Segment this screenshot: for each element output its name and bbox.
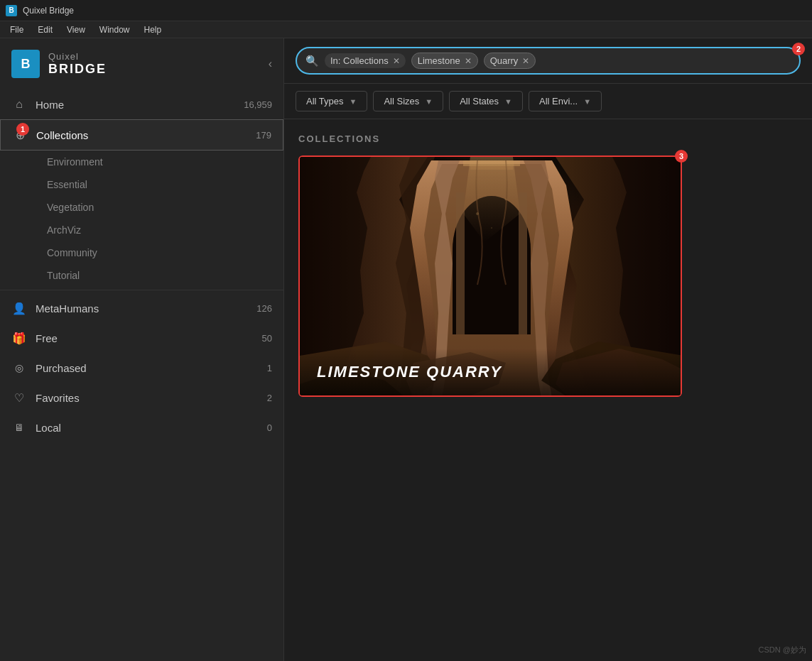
filter-all-states[interactable]: All States ▼ bbox=[449, 91, 523, 111]
limestone-label: Limestone bbox=[418, 55, 460, 66]
metahumans-icon: 👤 bbox=[11, 300, 27, 316]
all-environments-caret: ▼ bbox=[583, 97, 591, 106]
subnav-community[interactable]: Community bbox=[36, 241, 283, 264]
free-count: 50 bbox=[262, 333, 272, 344]
main-content: 🔍 In: Collections ✕ Limestone ✕ Quarry ✕… bbox=[284, 38, 812, 661]
filter-all-sizes[interactable]: All Sizes ▼ bbox=[373, 91, 443, 111]
home-icon: ⌂ bbox=[11, 97, 27, 112]
brand-bridge-label: BRIDGE bbox=[48, 62, 107, 77]
card-title-overlay: LIMESTONE QUARRY bbox=[300, 349, 681, 395]
purchased-label: Purchased bbox=[36, 362, 267, 374]
favorites-icon: ♡ bbox=[11, 390, 27, 405]
all-sizes-caret: ▼ bbox=[425, 97, 433, 106]
in-collections-label: In: Collections bbox=[330, 55, 389, 66]
section-title: COLLECTIONS bbox=[298, 133, 798, 144]
free-label: Free bbox=[36, 332, 262, 344]
title-bar: B Quixel Bridge bbox=[0, 0, 812, 21]
favorites-label: Favorites bbox=[36, 392, 267, 404]
sidebar-item-collections[interactable]: ⊕ 1 Collections 179 bbox=[0, 119, 283, 151]
divider-1 bbox=[0, 290, 283, 290]
search-tag-in-collections[interactable]: In: Collections ✕ bbox=[325, 53, 406, 68]
purchased-icon: ◎ bbox=[11, 360, 27, 376]
local-icon: 🖥 bbox=[11, 420, 27, 435]
favorites-count: 2 bbox=[267, 393, 272, 403]
card-badge: 3 bbox=[675, 150, 688, 163]
svg-point-24 bbox=[505, 199, 507, 201]
collections-count: 179 bbox=[256, 130, 271, 141]
sidebar-item-home[interactable]: ⌂ Home 16,959 bbox=[0, 89, 283, 119]
all-states-caret: ▼ bbox=[504, 97, 512, 106]
search-tag-quarry[interactable]: Quarry ✕ bbox=[484, 53, 536, 69]
all-sizes-label: All Sizes bbox=[384, 96, 419, 106]
content-area: COLLECTIONS bbox=[284, 119, 812, 661]
search-tag-limestone[interactable]: Limestone ✕ bbox=[411, 53, 478, 69]
collections-badge: 1 bbox=[16, 123, 29, 136]
menu-file[interactable]: File bbox=[3, 23, 31, 36]
menu-view[interactable]: View bbox=[60, 23, 92, 36]
search-icon: 🔍 bbox=[305, 55, 319, 67]
local-label: Local bbox=[36, 422, 267, 434]
search-bar-inner[interactable]: 🔍 In: Collections ✕ Limestone ✕ Quarry ✕ bbox=[296, 47, 801, 75]
sidebar-collapse-button[interactable]: ‹ bbox=[269, 58, 272, 70]
brand-text: Quixel BRIDGE bbox=[48, 51, 107, 77]
sidebar: B Quixel BRIDGE ‹ ⌂ Home 16,959 ⊕ 1 Coll… bbox=[0, 38, 284, 661]
menu-window[interactable]: Window bbox=[92, 23, 137, 36]
subnav-archviz[interactable]: ArchViz bbox=[36, 219, 283, 241]
all-environments-label: All Envi... bbox=[539, 96, 578, 106]
sidebar-item-purchased[interactable]: ◎ Purchased 1 bbox=[0, 353, 283, 383]
subnav-vegetation[interactable]: Vegetation bbox=[36, 196, 283, 219]
sidebar-header: B Quixel BRIDGE ‹ bbox=[0, 38, 283, 89]
app-title: Quixel Bridge bbox=[23, 6, 74, 16]
menu-help[interactable]: Help bbox=[137, 23, 169, 36]
in-collections-close[interactable]: ✕ bbox=[393, 56, 400, 66]
card-title: LIMESTONE QUARRY bbox=[317, 363, 502, 381]
all-states-label: All States bbox=[460, 96, 499, 106]
sidebar-item-free[interactable]: 🎁 Free 50 bbox=[0, 323, 283, 353]
search-badge: 2 bbox=[792, 43, 805, 55]
search-bar: 🔍 In: Collections ✕ Limestone ✕ Quarry ✕… bbox=[284, 38, 812, 84]
subnav-tutorial[interactable]: Tutorial bbox=[36, 264, 283, 287]
sidebar-item-local[interactable]: 🖥 Local 0 bbox=[0, 413, 283, 442]
collections-subnav: Environment Essential Vegetation ArchViz… bbox=[0, 151, 283, 287]
metahumans-label: MetaHumans bbox=[36, 302, 256, 315]
app-body: B Quixel BRIDGE ‹ ⌂ Home 16,959 ⊕ 1 Coll… bbox=[0, 38, 812, 661]
limestone-close[interactable]: ✕ bbox=[465, 56, 472, 66]
menu-bar: File Edit View Window Help bbox=[0, 21, 812, 38]
subnav-environment[interactable]: Environment bbox=[36, 151, 283, 173]
metahumans-count: 126 bbox=[256, 303, 272, 314]
quarry-label: Quarry bbox=[490, 55, 519, 66]
sidebar-item-favorites[interactable]: ♡ Favorites 2 bbox=[0, 383, 283, 413]
brand-icon: B bbox=[11, 50, 40, 78]
filter-all-types[interactable]: All Types ▼ bbox=[296, 91, 367, 111]
sidebar-item-metahumans[interactable]: 👤 MetaHumans 126 bbox=[0, 293, 283, 323]
local-count: 0 bbox=[267, 422, 272, 433]
app-icon: B bbox=[6, 5, 17, 16]
collection-card-limestone-quarry[interactable]: LIMESTONE QUARRY bbox=[298, 155, 682, 397]
svg-point-25 bbox=[491, 227, 492, 229]
filter-bar: All Types ▼ All Sizes ▼ All States ▼ All… bbox=[284, 84, 812, 119]
all-types-label: All Types bbox=[306, 96, 344, 106]
subnav-essential[interactable]: Essential bbox=[36, 173, 283, 196]
brand-quixel-label: Quixel bbox=[48, 51, 107, 62]
home-count: 16,959 bbox=[244, 99, 272, 110]
collections-label: Collections bbox=[36, 129, 256, 141]
filter-all-environments[interactable]: All Envi... ▼ bbox=[529, 91, 602, 111]
svg-point-23 bbox=[476, 212, 479, 215]
quarry-close[interactable]: ✕ bbox=[522, 56, 529, 66]
watermark: CSDN @妙为 bbox=[759, 645, 806, 655]
home-label: Home bbox=[36, 99, 244, 111]
card-wrapper: LIMESTONE QUARRY 3 bbox=[298, 155, 682, 397]
purchased-count: 1 bbox=[267, 363, 272, 373]
menu-edit[interactable]: Edit bbox=[31, 23, 60, 36]
all-types-caret: ▼ bbox=[350, 97, 357, 106]
free-icon: 🎁 bbox=[11, 330, 27, 346]
